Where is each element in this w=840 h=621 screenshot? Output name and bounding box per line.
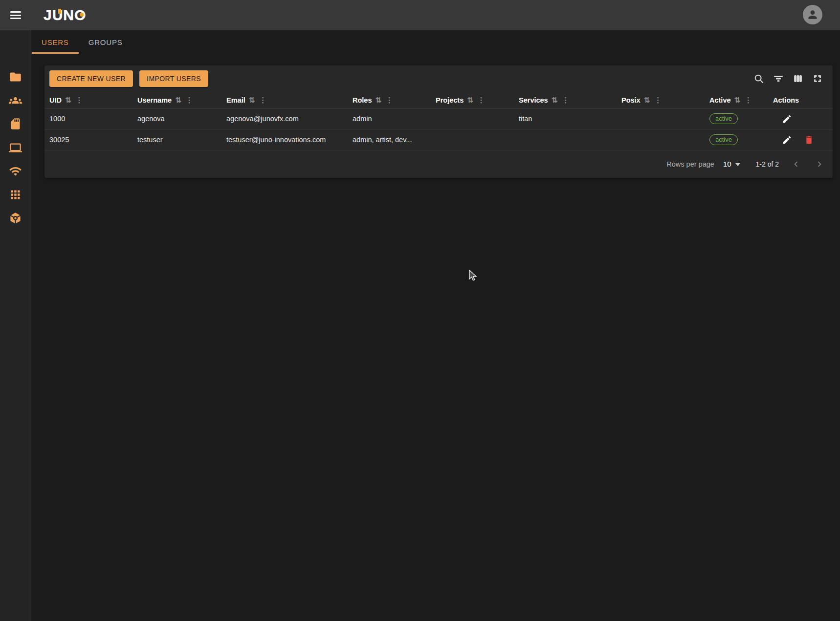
cell-username: testuser — [133, 136, 221, 144]
package-token-icon — [9, 212, 22, 225]
sidebar-item-apps[interactable] — [9, 188, 22, 201]
trash-icon — [804, 135, 814, 145]
edit-user-button[interactable] — [782, 135, 792, 145]
sort-icon[interactable]: ⇅ — [175, 96, 181, 105]
cell-email: testuser@juno-innovations.com — [221, 136, 348, 144]
column-label: Posix — [621, 96, 641, 104]
tab-users[interactable]: USERS — [32, 30, 79, 54]
pencil-icon — [782, 135, 792, 145]
table-row[interactable]: 30025 testuser testuser@juno-innovations… — [44, 129, 833, 150]
fullscreen-icon[interactable] — [812, 73, 823, 84]
cell-services: titan — [514, 115, 617, 123]
folder-icon — [9, 70, 22, 84]
import-users-button[interactable]: IMPORT USERS — [139, 70, 208, 87]
logo-orange-dot — [80, 13, 84, 17]
column-label: Projects — [436, 96, 464, 104]
cell-username: agenova — [133, 115, 221, 123]
columns-icon[interactable] — [793, 73, 803, 84]
column-header-services: Services ⇅ ⋮ — [514, 96, 617, 105]
tab-active-underline — [32, 52, 79, 54]
column-header-roles: Roles ⇅ ⋮ — [348, 96, 431, 105]
cell-actions — [768, 114, 833, 124]
cell-active: active — [705, 134, 768, 145]
sidebar-item-network[interactable] — [9, 165, 22, 178]
column-header-uid: UID ⇅ ⋮ — [44, 96, 133, 105]
sidebar-item-projects[interactable] — [9, 70, 22, 84]
cell-uid: 1000 — [44, 115, 133, 123]
sidebar-item-workstations[interactable] — [9, 141, 22, 154]
left-sidebar — [0, 30, 31, 621]
column-label: Email — [226, 96, 245, 104]
search-icon[interactable] — [753, 73, 764, 84]
rows-per-page-select[interactable]: 10 — [723, 160, 740, 168]
table-toolbar-icons — [753, 73, 823, 84]
create-new-user-button[interactable]: CREATE NEW USER — [49, 70, 133, 87]
person-icon — [806, 8, 819, 21]
pagination-range: 1-2 of 2 — [756, 160, 779, 168]
storage-card-icon — [9, 117, 22, 130]
column-header-posix: Posix ⇅ ⋮ — [617, 96, 705, 105]
sort-icon[interactable]: ⇅ — [65, 96, 71, 105]
chevron-left-icon — [791, 159, 801, 170]
column-menu-icon[interactable]: ⋮ — [745, 96, 752, 105]
main-content: USERS GROUPS CREATE NEW USER IMPORT USER… — [32, 30, 840, 621]
column-menu-icon[interactable]: ⋮ — [186, 96, 193, 105]
rows-per-page-value: 10 — [723, 160, 731, 168]
tabbar: USERS GROUPS — [32, 30, 840, 54]
apps-grid-icon — [9, 188, 22, 201]
cell-roles: admin — [348, 115, 431, 123]
tab-groups[interactable]: GROUPS — [79, 30, 133, 54]
status-badge: active — [709, 113, 738, 124]
user-avatar-button[interactable] — [803, 5, 822, 24]
column-header-username: Username ⇅ ⋮ — [133, 96, 221, 105]
column-header-active: Active ⇅ ⋮ — [705, 96, 768, 105]
filter-icon[interactable] — [773, 73, 784, 84]
cell-uid: 30025 — [44, 136, 133, 144]
column-label: Username — [137, 96, 172, 104]
sort-icon[interactable]: ⇅ — [734, 96, 741, 105]
sidebar-item-storage[interactable] — [9, 117, 22, 130]
laptop-icon — [9, 141, 22, 154]
cell-actions — [768, 135, 833, 145]
table-toolbar: CREATE NEW USER IMPORT USERS — [44, 65, 833, 92]
column-header-email: Email ⇅ ⋮ — [221, 96, 348, 105]
sort-icon[interactable]: ⇅ — [249, 96, 255, 105]
column-label: Roles — [353, 96, 372, 104]
column-label: Active — [709, 96, 731, 104]
column-menu-icon[interactable]: ⋮ — [259, 96, 266, 105]
column-label: Actions — [773, 96, 799, 104]
sort-icon[interactable]: ⇅ — [644, 96, 650, 105]
chevron-right-icon — [814, 159, 825, 170]
sidebar-item-users[interactable] — [9, 94, 22, 107]
column-menu-icon[interactable]: ⋮ — [654, 96, 662, 105]
edit-user-button[interactable] — [782, 114, 792, 124]
delete-user-button[interactable] — [804, 135, 814, 145]
column-header-projects: Projects ⇅ ⋮ — [431, 96, 514, 105]
pencil-icon — [782, 114, 792, 124]
sort-icon[interactable]: ⇅ — [376, 96, 382, 105]
status-badge: active — [709, 134, 738, 145]
table-pagination-footer: Rows per page 10 1-2 of 2 — [44, 150, 833, 177]
column-header-actions: Actions — [768, 96, 833, 104]
column-menu-icon[interactable]: ⋮ — [562, 96, 569, 105]
previous-page-button[interactable] — [790, 158, 802, 171]
wifi-icon — [9, 165, 22, 178]
users-table-card: CREATE NEW USER IMPORT USERS UID — [44, 65, 833, 178]
next-page-button[interactable] — [813, 158, 826, 171]
tab-users-label: USERS — [42, 38, 69, 46]
table-row[interactable]: 1000 agenova agenova@junovfx.com admin t… — [44, 108, 833, 129]
column-label: Services — [519, 96, 548, 104]
column-menu-icon[interactable]: ⋮ — [386, 96, 393, 105]
table-header-row: UID ⇅ ⋮ Username ⇅ ⋮ Email ⇅ ⋮ Roles ⇅ ⋮… — [44, 92, 833, 108]
column-label: UID — [49, 96, 62, 104]
logo-orange-bar — [58, 9, 61, 14]
column-menu-icon[interactable]: ⋮ — [478, 96, 485, 105]
cell-roles: admin, artist, dev... — [348, 136, 431, 144]
menu-hamburger-icon[interactable] — [10, 11, 21, 19]
sort-icon[interactable]: ⇅ — [467, 96, 473, 105]
column-menu-icon[interactable]: ⋮ — [76, 96, 83, 105]
tab-groups-label: GROUPS — [88, 38, 123, 46]
sort-icon[interactable]: ⇅ — [552, 96, 558, 105]
sidebar-item-packages[interactable] — [9, 212, 22, 225]
cell-active: active — [705, 113, 768, 124]
